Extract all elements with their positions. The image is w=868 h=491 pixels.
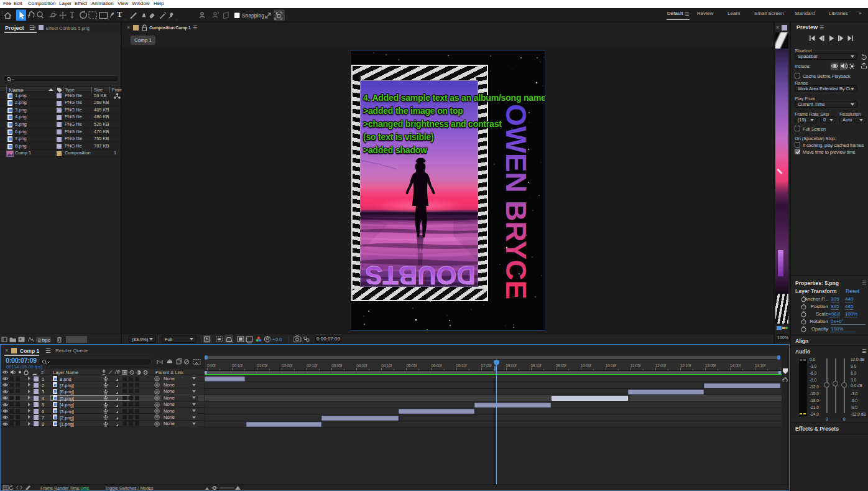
svg-text:,: ,: [147, 16, 148, 21]
svg-text:,: ,: [96, 16, 98, 21]
svg-text:8 bpc: 8 bpc: [38, 337, 50, 343]
svg-text:,: ,: [176, 16, 177, 21]
svg-text:,: ,: [76, 16, 77, 21]
svg-text:,: ,: [167, 16, 169, 21]
svg-text:DOUBTS: DOUBTS: [365, 263, 475, 287]
svg-text:,: ,: [261, 340, 262, 344]
svg-text:,: ,: [67, 16, 68, 21]
svg-text:OWEN BRYCE: OWEN BRYCE: [504, 104, 532, 299]
svg-text:,: ,: [108, 16, 109, 21]
svg-text:,: ,: [125, 16, 126, 21]
